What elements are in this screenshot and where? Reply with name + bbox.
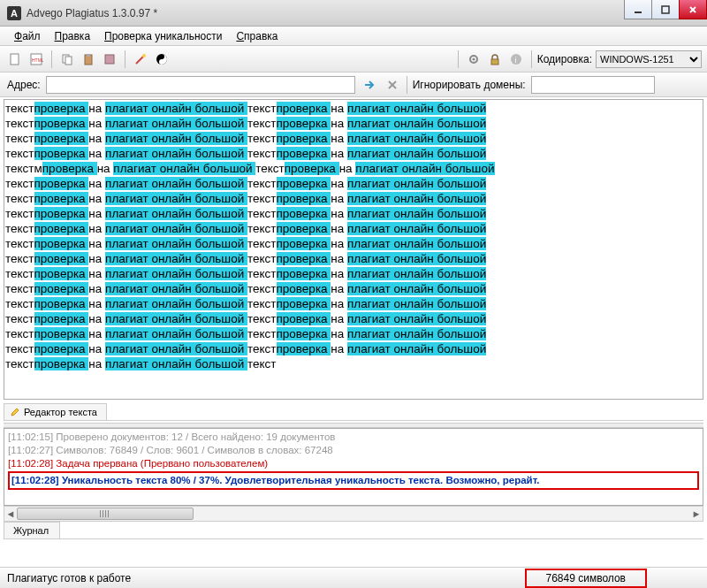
log-line-error: [11:02:28] Задача прервана (Прервано пол… xyxy=(8,457,699,470)
menu-bar: Файл Правка Проверка уникальности Справк… xyxy=(0,27,707,46)
svg-rect-1 xyxy=(662,6,669,13)
scroll-left-icon[interactable]: ◄ xyxy=(4,508,17,520)
encoding-dropdown[interactable]: WINDOWS-1251 xyxy=(596,50,702,68)
address-input[interactable] xyxy=(46,76,355,94)
gear-icon[interactable] xyxy=(464,50,483,69)
menu-help[interactable]: Справка xyxy=(229,27,285,45)
app-icon: A xyxy=(7,6,21,20)
svg-rect-10 xyxy=(87,54,90,57)
lock-icon[interactable] xyxy=(485,50,505,69)
svg-text:i: i xyxy=(514,56,516,65)
cancel-icon[interactable] xyxy=(384,76,401,94)
address-label: Адрес: xyxy=(7,79,41,91)
log-line: [11:02:27] Символов: 76849 / Слов: 9601 … xyxy=(8,444,699,457)
scroll-thumb[interactable] xyxy=(17,508,194,520)
window-title: Advego Plagiatus 1.3.0.97 * xyxy=(27,7,625,19)
log-line: [11:02:15] Проверено документов: 12 / Вс… xyxy=(8,431,699,444)
title-bar: A Advego Plagiatus 1.3.0.97 * xyxy=(0,0,707,27)
maximize-button[interactable] xyxy=(651,0,680,19)
log-panel[interactable]: [11:02:15] Проверено документов: 12 / Вс… xyxy=(4,428,703,506)
window-controls xyxy=(625,0,707,26)
menu-edit[interactable]: Правка xyxy=(48,27,98,45)
toolbar: HTML i Кодировка: WINDOWS-1251 xyxy=(0,46,707,73)
svg-rect-16 xyxy=(491,59,498,65)
scroll-right-icon[interactable]: ► xyxy=(690,508,703,520)
menu-check[interactable]: Проверка уникальности xyxy=(97,27,229,45)
separator xyxy=(125,50,125,68)
close-button[interactable] xyxy=(679,0,707,19)
tab-editor[interactable]: Редактор текста xyxy=(4,403,107,420)
minimize-button[interactable] xyxy=(624,0,652,19)
svg-rect-8 xyxy=(65,57,72,65)
log-hscrollbar[interactable]: ◄ ► xyxy=(4,506,703,522)
svg-rect-11 xyxy=(105,55,114,64)
svg-text:HTML: HTML xyxy=(32,57,43,63)
journal-tab-row: Журнал xyxy=(4,522,703,539)
svg-point-15 xyxy=(472,57,475,60)
separator xyxy=(51,50,52,68)
text-content[interactable]: текстпроверка на плагиат онлайн большой … xyxy=(5,101,702,371)
tab-editor-label: Редактор текста xyxy=(24,407,97,417)
svg-point-12 xyxy=(142,54,146,57)
pencil-icon xyxy=(10,407,20,417)
address-bar: Адрес: Игнорировать домены: xyxy=(0,73,707,97)
status-bar: Плагиатус готов к работе 76849 символов xyxy=(0,567,707,588)
status-symbol-count: 76849 символов xyxy=(525,569,648,588)
html-doc-icon[interactable]: HTML xyxy=(27,50,46,69)
tab-journal-label: Журнал xyxy=(13,525,49,536)
info-icon[interactable]: i xyxy=(506,50,526,69)
encoding-selector: Кодировка: WINDOWS-1251 xyxy=(537,50,702,68)
separator xyxy=(531,50,532,68)
go-icon[interactable] xyxy=(361,76,378,94)
new-doc-icon[interactable] xyxy=(5,50,25,69)
separator xyxy=(458,50,459,68)
svg-rect-4 xyxy=(11,54,19,65)
editor-tab-row: Редактор текста xyxy=(4,400,703,421)
ignore-domains-label: Игнорировать домены: xyxy=(413,79,526,91)
ignore-domains-input[interactable] xyxy=(531,76,655,94)
yinyang-icon[interactable] xyxy=(152,50,171,69)
tab-journal[interactable]: Журнал xyxy=(4,522,60,538)
save-icon[interactable] xyxy=(100,50,119,69)
menu-file[interactable]: Файл xyxy=(7,27,48,45)
paste-icon[interactable] xyxy=(79,50,98,69)
status-ready: Плагиатус готов к работе xyxy=(7,572,131,584)
copy-icon[interactable] xyxy=(57,50,77,69)
encoding-label: Кодировка: xyxy=(537,53,592,65)
log-line-result: [11:02:28] Уникальность текста 80% / 37%… xyxy=(11,475,539,485)
magic-icon[interactable] xyxy=(131,50,150,69)
text-editor-panel[interactable]: текстпроверка на плагиат онлайн большой … xyxy=(4,99,703,400)
log-result-highlight: [11:02:28] Уникальность текста 80% / 37%… xyxy=(8,471,699,490)
